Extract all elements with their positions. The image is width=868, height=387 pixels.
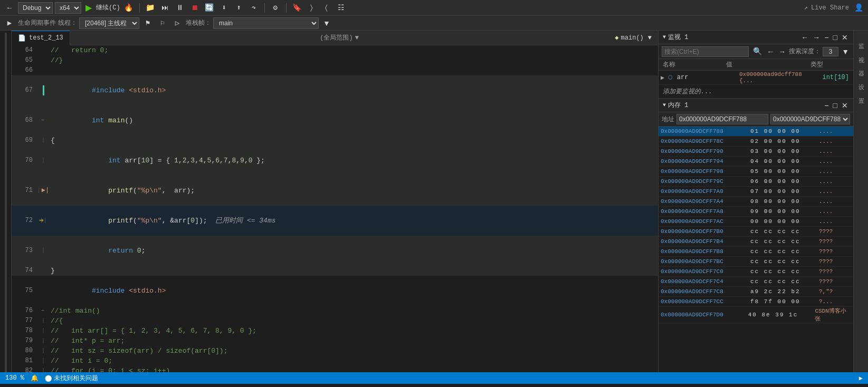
watch-expand-arr[interactable]: ▶ bbox=[661, 74, 668, 82]
mem-row-12[interactable]: 0x000000AD9DCFF7B8 cc cc cc cc ???? bbox=[659, 247, 853, 257]
thread-icon-2[interactable]: ⚐ bbox=[156, 17, 169, 29]
watch-expand-icon[interactable]: ▼ bbox=[663, 34, 666, 40]
restart-icon[interactable]: 🔄 bbox=[203, 2, 216, 14]
thread-icon-1[interactable]: ⚑ bbox=[141, 17, 154, 29]
mem-bytes-18: 40 8e 39 1c bbox=[748, 312, 815, 318]
watch-panel: ▼ 监视 1 ← → − □ ✕ 🔍 ← → 搜索深度： ▼ 名称 bbox=[659, 31, 853, 99]
mem-addr-13: 0x000000AD9DCFF7BC bbox=[661, 258, 750, 265]
mem-row-2[interactable]: 0x000000AD9DCFF790 03 00 00 00 .... bbox=[659, 147, 853, 157]
side-icon-4[interactable]: 设 bbox=[855, 74, 867, 85]
mem-row-5[interactable]: 0x000000AD9DCFF79C 06 00 00 00 .... bbox=[659, 177, 853, 187]
hot-reload-icon[interactable]: 🔥 bbox=[122, 2, 135, 14]
line-content-65: //} bbox=[49, 55, 658, 65]
mem-row-0[interactable]: 0x000000AD9DCFF788 01 00 00 00 .... bbox=[659, 127, 853, 137]
side-icon-1[interactable]: 监 bbox=[855, 33, 867, 44]
watch-minimize[interactable]: − bbox=[823, 33, 829, 42]
watch-row-arr[interactable]: ▶ ⬡ arr 0x000000ad9dcff788 {... int[10] bbox=[659, 71, 853, 85]
watch-depth-dropdown[interactable]: ▼ bbox=[841, 47, 850, 56]
line-num-72: 72 bbox=[12, 216, 38, 226]
mem-row-15[interactable]: 0x000000AD9DCFF7C4 cc cc cc cc ???? bbox=[659, 277, 853, 287]
line-content-72: printf("%p\n", &arr[0]); 已用时间 <= 34ms bbox=[49, 206, 658, 236]
mem-row-13[interactable]: 0x000000AD9DCFF7BC cc cc cc cc ???? bbox=[659, 257, 853, 267]
side-icon-3[interactable]: 器 bbox=[855, 60, 867, 72]
fold-icon-76[interactable]: − bbox=[41, 306, 44, 316]
status-scroll-arrow[interactable]: ▶ bbox=[859, 374, 863, 382]
mem-row-10[interactable]: 0x000000AD9DCFF7B0 cc cc cc cc ???? bbox=[659, 227, 853, 237]
file-tab-active[interactable]: 📄 test_2_13 bbox=[12, 31, 70, 45]
side-icon-2[interactable]: 视 bbox=[855, 46, 867, 58]
memory-addr-input[interactable] bbox=[676, 114, 768, 124]
code-line-80: 80 | // int sz = sizeof(arr) / sizeof(ar… bbox=[12, 346, 658, 356]
mem-bytes-1: 02 00 00 00 bbox=[750, 138, 819, 144]
watch-nav-fwd[interactable]: → bbox=[812, 33, 821, 42]
continue-button[interactable]: ▶ bbox=[83, 3, 94, 13]
mem-row-14[interactable]: 0x000000AD9DCFF7C0 cc cc cc cc ???? bbox=[659, 267, 853, 277]
mem-row-16[interactable]: 0x000000AD9DCFF7C8 a9 2c 22 b2 ?,"? bbox=[659, 287, 853, 297]
memory-table[interactable]: 0x000000AD9DCFF788 01 00 00 00 .... 0x00… bbox=[659, 127, 853, 372]
indicators-71: | ▶| bbox=[38, 186, 49, 196]
back-icon[interactable]: ← bbox=[3, 2, 16, 14]
watch-search-icon[interactable]: 🔍 bbox=[751, 46, 764, 57]
watch-search-input[interactable] bbox=[662, 46, 749, 57]
watch-maximize[interactable]: □ bbox=[832, 33, 838, 42]
debug-dropdown[interactable]: Debug bbox=[18, 2, 53, 14]
mem-row-4[interactable]: 0x000000AD9DCFF798 05 00 00 00 .... bbox=[659, 167, 853, 177]
span-include-67: #include bbox=[92, 86, 125, 94]
memory-addr-dropdown[interactable]: 0x000000AD9DCFF788 bbox=[770, 114, 850, 124]
line-num-78: 78 bbox=[12, 326, 38, 336]
step-into-icon[interactable]: ⬇ bbox=[218, 2, 231, 14]
bookmark-icon[interactable]: 🔖 bbox=[291, 2, 303, 14]
mem-row-3[interactable]: 0x000000AD9DCFF794 04 00 00 00 .... bbox=[659, 157, 853, 167]
bell-icon: 🔔 bbox=[31, 374, 39, 382]
mem-row-6[interactable]: 0x000000AD9DCFF7A0 07 00 00 00 .... bbox=[659, 187, 853, 197]
step-out-icon[interactable]: ⬆ bbox=[233, 2, 245, 14]
mem-row-8[interactable]: 0x000000AD9DCFF7A8 09 00 00 00 .... bbox=[659, 207, 853, 217]
watch-panel-header: ▼ 监视 1 ← → − □ ✕ bbox=[659, 31, 853, 44]
watch-nav-back[interactable]: ← bbox=[800, 33, 809, 42]
thread-icon-3[interactable]: ▷ bbox=[171, 17, 184, 29]
mem-bytes-13: cc cc cc cc bbox=[750, 258, 819, 265]
mem-row-7[interactable]: 0x000000AD9DCFF7A4 08 00 00 00 .... bbox=[659, 197, 853, 207]
liveshare-label[interactable]: Live Share bbox=[811, 4, 849, 12]
bookmark-nav-icon[interactable]: ☷ bbox=[335, 2, 348, 14]
mem-row-1[interactable]: 0x000000AD9DCFF78C 02 00 00 00 .... bbox=[659, 137, 853, 147]
watch-depth-input[interactable] bbox=[823, 47, 838, 56]
user-icon[interactable]: 👤 bbox=[852, 2, 865, 14]
memory-minimize[interactable]: − bbox=[823, 101, 829, 110]
mem-row-11[interactable]: 0x000000AD9DCFF7B4 cc cc cc cc ???? bbox=[659, 237, 853, 247]
memory-maximize[interactable]: □ bbox=[832, 101, 838, 110]
memory-expand-icon[interactable]: ▼ bbox=[663, 102, 666, 108]
stack-dropdown[interactable]: main bbox=[213, 17, 319, 29]
side-icon-5[interactable]: 置 bbox=[855, 88, 867, 99]
watch-search-prev[interactable]: ← bbox=[766, 47, 775, 56]
expand-icon[interactable]: ▶ bbox=[3, 17, 16, 29]
step-over-icon[interactable]: ⏭ bbox=[159, 2, 171, 14]
func-icon: ◆ bbox=[615, 34, 618, 42]
fold-icon-68[interactable]: − bbox=[41, 115, 44, 125]
platform-dropdown[interactable]: x64 bbox=[55, 2, 81, 14]
scope-dropdown[interactable]: (全局范围) ▼ bbox=[70, 33, 609, 42]
func-dropdown[interactable]: ◆ main() ▼ bbox=[608, 34, 658, 42]
mem-row-17[interactable]: 0x000000AD9DCFF7CC f8 7f 00 00 ?... bbox=[659, 297, 853, 307]
memory-close[interactable]: ✕ bbox=[841, 101, 849, 110]
stop-icon[interactable]: ⏹ bbox=[188, 2, 201, 14]
watch-search-next[interactable]: → bbox=[777, 47, 787, 56]
thread-dropdown[interactable]: [20468] 主线程 bbox=[79, 17, 139, 29]
pause-icon[interactable]: ⏸ bbox=[174, 2, 186, 14]
watch-close[interactable]: ✕ bbox=[841, 33, 849, 42]
stack-expand-btn[interactable]: ▼ bbox=[321, 19, 332, 27]
mem-chars-13: ???? bbox=[819, 258, 833, 265]
bookmark-next-icon[interactable]: 〉 bbox=[306, 2, 318, 14]
mem-chars-3: .... bbox=[819, 158, 833, 165]
code-editor[interactable]: 64 // return 0; 65 //} 66 67 bbox=[12, 45, 658, 372]
disassembly-icon[interactable]: ⚙ bbox=[269, 2, 282, 14]
line-content-76: //int main() bbox=[49, 306, 658, 316]
mem-row-18[interactable]: 0x000000AD9DCFF7D0 40 8e 39 1c CSDN博客小张 bbox=[659, 307, 853, 323]
bookmark-prev-icon[interactable]: 〈 bbox=[320, 2, 333, 14]
run-cursor-icon[interactable]: ↷ bbox=[247, 2, 260, 14]
sidebar-divider bbox=[5, 33, 7, 372]
line-num-76: 76 bbox=[12, 306, 38, 316]
folder-icon[interactable]: 📁 bbox=[144, 2, 157, 14]
watch-add-item[interactable]: 添加要监视的... bbox=[659, 85, 853, 98]
mem-row-9[interactable]: 0x000000AD9DCFF7AC 00 00 00 00 .... bbox=[659, 217, 853, 227]
